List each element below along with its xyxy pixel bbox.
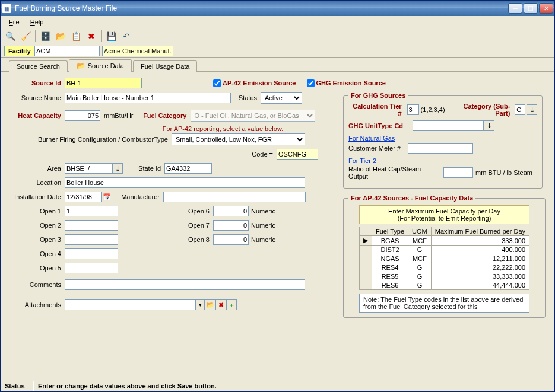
open7-input[interactable] xyxy=(213,220,249,231)
ap42-checkbox[interactable]: AP-42 Emission Source xyxy=(213,79,296,87)
open7-label: Open 7 xyxy=(130,222,213,229)
burner-select[interactable]: Small, Controlled, Low Nox, FGR xyxy=(172,133,305,145)
toolbar: 🔍 🧹 🗄️ 📂 📋 ✖ 💾 ↶ xyxy=(1,28,554,44)
facility-label: Facility xyxy=(4,46,34,56)
tab-source-data[interactable]: 📂Source Data xyxy=(69,59,132,72)
attach-dropdown[interactable]: ▾ xyxy=(195,299,205,310)
heatcap-input[interactable] xyxy=(65,110,100,121)
menu-file[interactable]: File xyxy=(4,17,24,27)
source-name-input[interactable] xyxy=(65,93,231,103)
location-input[interactable] xyxy=(65,177,305,188)
cat-lookup-button[interactable]: ⤓ xyxy=(527,104,537,115)
heatcap-label: Heat Capacity xyxy=(11,112,65,119)
open1-label: Open 1 xyxy=(11,208,65,215)
manuf-input[interactable] xyxy=(163,192,306,202)
table-row[interactable]: RES4G22,222.000 xyxy=(360,263,529,272)
unit-input[interactable] xyxy=(413,120,484,131)
attach-delete-button[interactable]: ✖ xyxy=(215,299,226,310)
meter-label: Customer Meter # xyxy=(348,145,408,152)
table-row[interactable]: DIST2G400.000 xyxy=(360,246,529,254)
window-title: Fuel Burning Source Master File xyxy=(14,4,506,12)
toolbar-separator xyxy=(35,30,36,42)
status-select[interactable]: Active xyxy=(261,92,302,104)
undo-button[interactable]: ↶ xyxy=(119,30,134,43)
facility-row: Facility xyxy=(1,44,554,58)
fuelcat-select: O - Fuel Oil, Natural Gas, or BioGas xyxy=(191,110,315,122)
calendar-button[interactable]: 📅 xyxy=(102,192,112,202)
folder-icon: 📂 xyxy=(77,62,85,70)
burner-label: Burner Firing Configuration / CombustorT… xyxy=(11,136,172,143)
attach-open-button[interactable]: 📂 xyxy=(205,299,215,310)
menu-help[interactable]: Help xyxy=(26,17,49,27)
open6-label: Open 6 xyxy=(130,208,213,215)
table-row[interactable]: RES5G33,333.000 xyxy=(360,272,529,281)
delete-button[interactable]: ✖ xyxy=(84,30,99,43)
status-label: Status xyxy=(231,94,261,101)
copy-button[interactable]: 📋 xyxy=(69,30,83,43)
table-row[interactable]: NGASMCF12,211.000 xyxy=(360,254,529,263)
location-label: Location xyxy=(11,179,65,186)
meter-input[interactable] xyxy=(408,143,473,154)
open-button[interactable]: 📂 xyxy=(53,30,68,43)
facility-name-input xyxy=(102,46,173,56)
ghg-checkbox[interactable]: GHG Emission Source xyxy=(307,79,386,87)
tier2-link[interactable]: For Tier 2 xyxy=(348,157,376,164)
menubar: File Help xyxy=(1,16,554,28)
tab-source-search[interactable]: Source Search xyxy=(9,60,68,72)
open1-input[interactable] xyxy=(65,206,118,216)
numeric-label: Numeric xyxy=(249,208,275,215)
unit-label: GHG UnitType Cd xyxy=(348,122,413,129)
minimize-button[interactable]: ─ xyxy=(508,3,522,14)
area-lookup-button[interactable]: ⤓ xyxy=(112,163,123,174)
col-uom: UOM xyxy=(408,227,432,236)
clear-button[interactable]: 🧹 xyxy=(18,30,33,43)
attach-add-button[interactable]: ＋ xyxy=(226,299,237,310)
open3-input[interactable] xyxy=(65,234,118,245)
table-row[interactable]: ▶BGASMCF333.000 xyxy=(360,236,529,246)
stateid-input[interactable] xyxy=(164,163,212,174)
comments-label: Comments xyxy=(11,281,65,288)
comments-input[interactable] xyxy=(65,279,305,290)
attach-label: Attachments xyxy=(11,301,65,308)
source-name-label: Source Name xyxy=(11,94,65,101)
install-input[interactable] xyxy=(65,192,102,202)
find-button[interactable]: 🔍 xyxy=(3,30,17,43)
col-fueltype: Fuel Type xyxy=(372,227,408,236)
tier-hint: (1,2,3,4) xyxy=(421,106,445,113)
open4-input[interactable] xyxy=(65,248,118,259)
maximize-button[interactable]: ☐ xyxy=(524,3,538,14)
ghg-legend: For GHG Sources xyxy=(348,92,408,99)
db-button[interactable]: 🗄️ xyxy=(38,30,52,43)
save-button[interactable]: 💾 xyxy=(104,30,118,43)
manuf-label: Manufacturer xyxy=(112,193,163,200)
ratio-input[interactable] xyxy=(443,167,473,178)
open3-label: Open 3 xyxy=(11,236,65,243)
source-id-input[interactable] xyxy=(65,78,142,88)
open6-input[interactable] xyxy=(213,206,249,216)
area-input[interactable] xyxy=(65,163,112,174)
ap42-note: Note: The Fuel Type codes in the list ab… xyxy=(359,294,529,313)
code-input xyxy=(277,149,318,160)
ap42-fieldset: For AP-42 Sources - Fuel Capacity Data E… xyxy=(343,195,546,318)
tier-input[interactable] xyxy=(407,104,419,115)
table-row[interactable]: RES6G44,444.000 xyxy=(360,281,529,290)
open8-input[interactable] xyxy=(213,234,249,245)
open2-input[interactable] xyxy=(65,220,118,231)
natural-gas-link[interactable]: For Natural Gas xyxy=(348,135,395,142)
open5-input[interactable] xyxy=(65,263,118,273)
app-icon: ▦ xyxy=(2,4,11,13)
close-button[interactable]: ✕ xyxy=(539,3,553,14)
ap42-hintbox: Enter Maximum Fuel Capacity per Day (For… xyxy=(359,205,529,224)
tab-fuel-usage[interactable]: Fuel Usage Data xyxy=(133,60,198,72)
attach-input[interactable] xyxy=(65,299,195,310)
ap42-legend: For AP-42 Sources - Fuel Capacity Data xyxy=(348,195,475,202)
cat-input[interactable] xyxy=(515,104,525,115)
area-label: Area xyxy=(11,165,65,172)
fuel-capacity-table[interactable]: Fuel Type UOM Maximum Fuel Burned per Da… xyxy=(359,227,529,290)
open5-label: Open 5 xyxy=(11,264,65,272)
status-label: Status xyxy=(1,381,34,391)
facility-code-input[interactable] xyxy=(34,46,100,56)
titlebar: ▦ Fuel Burning Source Master File ─ ☐ ✕ xyxy=(1,1,554,16)
unit-lookup-button[interactable]: ⤓ xyxy=(484,120,494,131)
code-label: Code = xyxy=(247,151,277,158)
